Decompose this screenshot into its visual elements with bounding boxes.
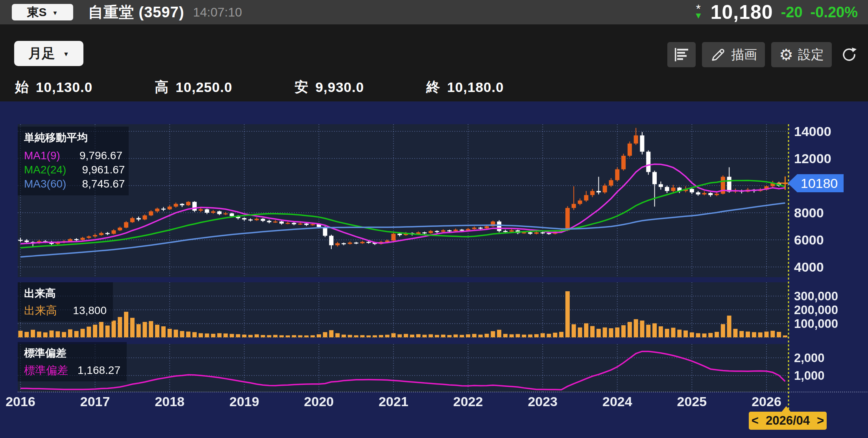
ma1-value: 9,796.67 bbox=[79, 149, 122, 162]
quote-time: 14:07:10 bbox=[193, 5, 242, 20]
stock-chart-app: 東S ▼ 自重堂 (3597) 14:07:10 * ▼ 10,180 -20 … bbox=[0, 0, 868, 438]
settings-label: 設定 bbox=[798, 46, 824, 64]
price-change: -20 bbox=[781, 4, 803, 21]
close-label: 終 bbox=[426, 78, 440, 96]
refresh-button[interactable] bbox=[838, 42, 860, 67]
exchange-dropdown[interactable]: 東S ▼ bbox=[12, 4, 73, 20]
next-month-button[interactable]: > bbox=[815, 414, 826, 428]
volume-legend: 出来高 出来高13,800 bbox=[18, 282, 113, 322]
stddev-legend: 標準偏差 標準偏差1,168.27 bbox=[18, 342, 127, 381]
price-change-percent: -0.20% bbox=[811, 4, 858, 21]
draw-label: 描画 bbox=[731, 46, 757, 64]
ma2-value: 9,961.67 bbox=[82, 164, 125, 176]
high-value: 10,250.0 bbox=[175, 79, 232, 95]
gear-icon: ⚙ bbox=[779, 47, 793, 63]
chart-section: 単純移動平均 MA1(9)9,796.67 MA2(24)9,961.67 MA… bbox=[0, 101, 868, 438]
date-nav-label: 2026/04 bbox=[766, 414, 810, 428]
toolbar-buttons: 描画 ⚙ 設定 bbox=[667, 42, 868, 67]
pencil-icon bbox=[710, 46, 726, 63]
price-direction: * ▼ bbox=[694, 3, 703, 20]
open-label: 始 bbox=[15, 78, 29, 96]
date-nav-pointer bbox=[781, 406, 791, 412]
draw-button[interactable]: 描画 bbox=[702, 42, 765, 67]
volume-label: 出来高 bbox=[24, 304, 73, 317]
sma-legend-title: 単純移動平均 bbox=[24, 131, 122, 145]
volume-value: 13,800 bbox=[73, 304, 107, 317]
ohlc-row: 始 10,130.0 高 10,250.0 安 9,930.0 終 10,180… bbox=[0, 73, 868, 101]
ma3-label: MA3(60) bbox=[24, 178, 66, 190]
current-price: 10,180 bbox=[711, 1, 773, 24]
close-value: 10,180.0 bbox=[447, 79, 504, 95]
volume-legend-title: 出来高 bbox=[24, 286, 107, 300]
chart-toolbar: 月足 ▼ 描画 ⚙ 設定 bbox=[0, 24, 868, 73]
timeframe-dropdown[interactable]: 月足 ▼ bbox=[14, 41, 83, 66]
chevron-down-icon: ▼ bbox=[52, 8, 58, 16]
down-triangle-icon: ▼ bbox=[694, 11, 703, 20]
prev-month-button[interactable]: < bbox=[750, 414, 760, 428]
asterisk-mark: * bbox=[696, 3, 701, 11]
stddev-label: 標準偏差 bbox=[24, 364, 78, 377]
sma-legend: 単純移動平均 MA1(9)9,796.67 MA2(24)9,961.67 MA… bbox=[18, 127, 129, 195]
exchange-label: 東S bbox=[27, 4, 47, 20]
low-label: 安 bbox=[295, 78, 308, 96]
low-value: 9,930.0 bbox=[316, 79, 364, 95]
header-bar: 東S ▼ 自重堂 (3597) 14:07:10 * ▼ 10,180 -20 … bbox=[0, 0, 868, 24]
open-value: 10,130.0 bbox=[36, 79, 92, 95]
settings-button[interactable]: ⚙ 設定 bbox=[771, 42, 832, 67]
depth-bars-icon bbox=[674, 47, 689, 63]
date-nav: < 2026/04 > bbox=[749, 412, 827, 430]
chart-canvas[interactable] bbox=[0, 101, 868, 438]
stddev-value: 1,168.27 bbox=[78, 364, 120, 377]
price-block: * ▼ 10,180 -20 -0.20% bbox=[694, 1, 858, 24]
ma2-label: MA2(24) bbox=[24, 164, 66, 176]
timeframe-label: 月足 bbox=[28, 44, 55, 63]
chevron-down-icon: ▼ bbox=[63, 49, 69, 58]
current-price-callout: 10180 bbox=[788, 174, 844, 192]
ma3-value: 8,745.67 bbox=[82, 178, 125, 190]
refresh-icon bbox=[840, 46, 858, 63]
high-label: 高 bbox=[155, 78, 168, 96]
stddev-legend-title: 標準偏差 bbox=[24, 346, 120, 360]
board-button[interactable] bbox=[667, 42, 696, 67]
ma1-label: MA1(9) bbox=[24, 149, 64, 162]
stock-title: 自重堂 (3597) bbox=[88, 2, 184, 22]
